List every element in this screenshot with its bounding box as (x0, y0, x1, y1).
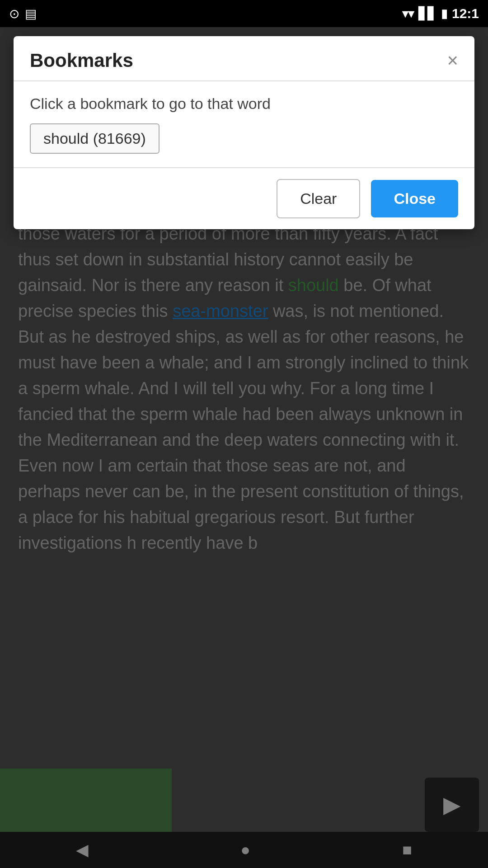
status-bar-right-icons: ▾▾ ▋▋ ▮ 12:1 (402, 6, 479, 21)
circle-icon: ⊙ (9, 6, 19, 21)
signal-icon: ▋▋ (418, 7, 436, 21)
modal-close-x-button[interactable]: × (447, 51, 458, 70)
close-button[interactable]: Close (371, 180, 458, 217)
sd-icon: ▤ (25, 6, 37, 21)
modal-title: Bookmarks (30, 50, 133, 71)
status-bar-left-icons: ⊙ ▤ (9, 6, 37, 21)
clear-button[interactable]: Clear (277, 179, 360, 218)
bookmark-item-should[interactable]: should (81669) (30, 123, 160, 154)
bookmarks-modal: Bookmarks × Click a bookmark to go to th… (14, 36, 474, 229)
modal-footer: Clear Close (14, 168, 474, 229)
wifi-icon: ▾▾ (402, 7, 414, 21)
battery-icon: ▮ (441, 7, 447, 21)
status-bar: ⊙ ▤ ▾▾ ▋▋ ▮ 12:1 (0, 0, 488, 27)
time-display: 12:1 (452, 6, 479, 21)
modal-subtitle: Click a bookmark to go to that word (30, 95, 458, 113)
modal-header: Bookmarks × (14, 36, 474, 80)
modal-body: Click a bookmark to go to that word shou… (14, 81, 474, 167)
